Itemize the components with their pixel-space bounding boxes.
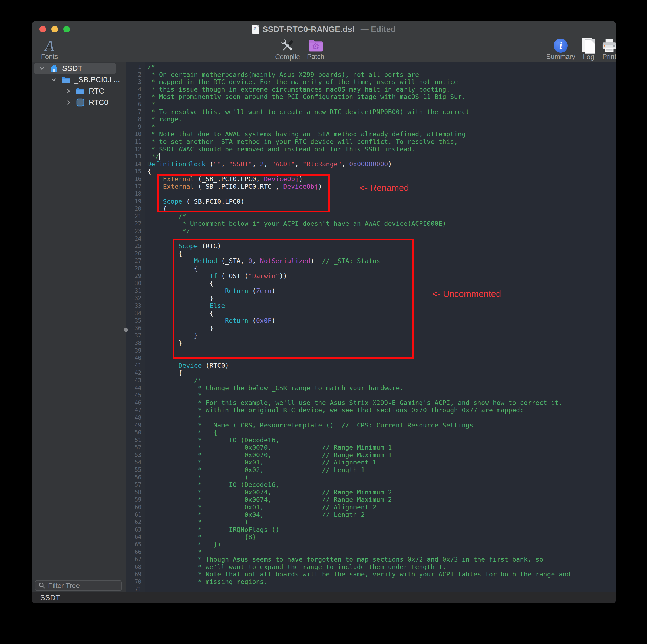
chevron-right-icon[interactable] bbox=[65, 99, 72, 106]
chevron-down-icon[interactable] bbox=[50, 76, 57, 83]
code-area: /* * On certain motherboards(mainly Asus… bbox=[126, 62, 616, 591]
code-line: External (_SB_.PCI0.LPC0, DeviceObj) bbox=[126, 175, 616, 183]
fonts-icon: A bbox=[45, 38, 54, 53]
acpi-tree: SSDT_SB.PCI0.L...RTCRTC0 bbox=[32, 62, 126, 108]
code-line: { bbox=[126, 310, 616, 317]
code-line: * bbox=[126, 392, 616, 399]
code-line: * ) bbox=[126, 518, 616, 526]
annotation-uncommented: <- Uncommented bbox=[432, 289, 501, 299]
code-line: * to set another _STA method in your RTC… bbox=[126, 138, 616, 146]
code-line: * 0x01, // Alignment 1 bbox=[126, 459, 616, 466]
code-line: * On certain motherboards(mainly Asus X2… bbox=[126, 71, 616, 79]
code-line: DefinitionBlock ("", "SSDT", 2, "ACDT", … bbox=[126, 161, 616, 168]
sidebar-item-ssdt[interactable]: SSDT bbox=[32, 63, 126, 74]
printer-icon bbox=[601, 38, 616, 53]
code-line: * 0x0074, // Range Minimum 2 bbox=[126, 489, 616, 496]
code-line: * Though Asus seems to have forgotten to… bbox=[126, 556, 616, 563]
code-line: * ) bbox=[126, 474, 616, 482]
text-cursor bbox=[159, 153, 160, 160]
zoom-button[interactable] bbox=[63, 26, 70, 32]
code-line: { bbox=[126, 205, 616, 213]
code-line: * bbox=[126, 101, 616, 108]
print-button[interactable]: Print bbox=[598, 37, 616, 61]
code-line: * Note that due to AWAC systems having a… bbox=[126, 131, 616, 138]
code-line bbox=[126, 354, 616, 362]
code-line bbox=[126, 235, 616, 243]
code-line: } bbox=[126, 340, 616, 347]
code-line: * range. bbox=[126, 116, 616, 123]
code-line: * 0x02, // Length 1 bbox=[126, 466, 616, 474]
code-line: * IO (Decode16, bbox=[126, 481, 616, 489]
code-line: Device (RTC0) bbox=[126, 362, 616, 370]
patch-label: Patch bbox=[307, 53, 324, 61]
code-line: * 0x01, // Alignment 2 bbox=[126, 504, 616, 511]
code-line: * 0x0070, // Range Maximum 1 bbox=[126, 452, 616, 459]
code-line: * Name (_CRS, ResourceTemplate () // _CR… bbox=[126, 422, 616, 429]
pane-splitter-handle[interactable] bbox=[124, 328, 128, 332]
code-line: * Note that not all boards will be the s… bbox=[126, 571, 616, 578]
search-icon bbox=[39, 582, 46, 589]
sidebar-item-rtc0[interactable]: RTC0 bbox=[32, 97, 126, 108]
title-bar: SSDT-RTC0-RANGE.dsl — Edited bbox=[32, 21, 616, 37]
code-line: { bbox=[126, 168, 616, 175]
document-title: SSDT-RTC0-RANGE.dsl bbox=[262, 25, 355, 34]
log-pages-icon bbox=[581, 38, 596, 54]
code-line: Scope (_SB.PCI0.LPC0) bbox=[126, 198, 616, 206]
code-line: } bbox=[126, 332, 616, 340]
annotation-renamed: <- Renamed bbox=[359, 183, 409, 193]
code-line bbox=[126, 586, 616, 591]
code-line: * For this example, we'll use the Asus S… bbox=[126, 399, 616, 407]
code-line: { bbox=[126, 280, 616, 288]
close-button[interactable] bbox=[40, 26, 46, 32]
traffic-lights bbox=[40, 21, 70, 37]
code-line: * { bbox=[126, 429, 616, 436]
chevron-down-icon[interactable] bbox=[39, 65, 46, 72]
info-icon: i bbox=[554, 39, 568, 53]
code-line: /* bbox=[126, 64, 616, 71]
patch-button[interactable]: ⚙ Patch bbox=[302, 37, 330, 61]
code-line: } bbox=[126, 295, 616, 302]
code-line bbox=[126, 347, 616, 355]
code-line: * IRQNoFlags () bbox=[126, 526, 616, 534]
code-line: /* bbox=[126, 377, 616, 385]
code-line: * Uncomment below if your ACPI doesn't h… bbox=[126, 220, 616, 228]
main-area: SSDT_SB.PCI0.L...RTCRTC0 Filter Tree 123… bbox=[32, 62, 616, 591]
fonts-label: Fonts bbox=[41, 53, 58, 61]
summary-button[interactable]: i Summary bbox=[546, 37, 576, 61]
code-line: */ bbox=[126, 153, 616, 161]
tree-item-label: RTC bbox=[89, 87, 104, 95]
code-line: * bbox=[126, 549, 616, 556]
print-label: Print bbox=[602, 53, 616, 61]
code-line: * Within the original RTC device, we see… bbox=[126, 407, 616, 414]
sidebar-item-sb-pci0-l[interactable]: _SB.PCI0.L... bbox=[32, 74, 126, 85]
code-line: * missing regions. bbox=[126, 578, 616, 586]
code-line: Return (Zero) bbox=[126, 288, 616, 295]
code-line: * {8} bbox=[126, 534, 616, 541]
log-button[interactable]: Log bbox=[577, 37, 600, 61]
code-line: { bbox=[126, 369, 616, 377]
status-text: SSDT bbox=[40, 593, 60, 602]
fonts-button[interactable]: A Fonts bbox=[38, 37, 61, 61]
code-line: } bbox=[126, 325, 616, 332]
sidebar-item-rtc[interactable]: RTC bbox=[32, 85, 126, 97]
chevron-right-icon[interactable] bbox=[65, 88, 72, 95]
code-line: * bbox=[126, 123, 616, 131]
sidebar: SSDT_SB.PCI0.L...RTCRTC0 Filter Tree bbox=[32, 62, 126, 591]
device-icon bbox=[76, 98, 85, 106]
code-line: * Change the below _CSR range to match y… bbox=[126, 385, 616, 392]
code-editor[interactable]: 1234567891011121314151617181920212223242… bbox=[126, 62, 616, 591]
code-line: * we'll want to expand the range to incl… bbox=[126, 563, 616, 571]
code-line: { bbox=[126, 265, 616, 272]
tree-item-label: _SB.PCI0.L... bbox=[74, 75, 120, 84]
code-line: /* bbox=[126, 213, 616, 220]
code-line: * To resolve this, we'll want to create … bbox=[126, 108, 616, 116]
code-line: Return (0x0F) bbox=[126, 317, 616, 325]
summary-label: Summary bbox=[547, 53, 575, 61]
code-line: * bbox=[126, 414, 616, 422]
code-line: * SSDT-AWAC should be removed and instea… bbox=[126, 146, 616, 153]
minimize-button[interactable] bbox=[51, 26, 58, 32]
code-line: Method (_STA, 0, NotSerialized) // _STA:… bbox=[126, 257, 616, 265]
document-icon bbox=[252, 25, 259, 33]
compile-button[interactable]: Compile bbox=[274, 37, 302, 61]
filter-tree-input[interactable]: Filter Tree bbox=[34, 580, 122, 591]
